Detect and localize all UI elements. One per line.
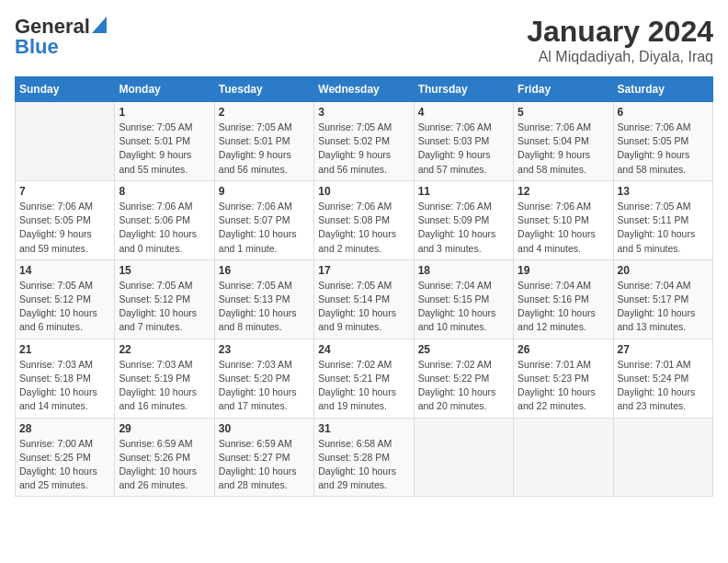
- day-number: 9: [219, 185, 310, 198]
- calendar-table: SundayMondayTuesdayWednesdayThursdayFrid…: [15, 76, 713, 497]
- day-info: Sunrise: 7:05 AM Sunset: 5:01 PM Dayligh…: [119, 121, 210, 177]
- calendar-cell: 8Sunrise: 7:06 AM Sunset: 5:06 PM Daylig…: [115, 180, 214, 259]
- calendar-cell: 23Sunrise: 7:03 AM Sunset: 5:20 PM Dayli…: [214, 339, 313, 418]
- calendar-cell: 14Sunrise: 7:05 AM Sunset: 5:12 PM Dayli…: [16, 259, 115, 339]
- day-info: Sunrise: 7:05 AM Sunset: 5:11 PM Dayligh…: [618, 200, 709, 256]
- day-info: Sunrise: 7:05 AM Sunset: 5:12 PM Dayligh…: [19, 279, 110, 335]
- calendar-cell: 27Sunrise: 7:01 AM Sunset: 5:24 PM Dayli…: [613, 339, 712, 418]
- day-number: 31: [318, 422, 409, 435]
- calendar-cell: 5Sunrise: 7:06 AM Sunset: 5:04 PM Daylig…: [514, 102, 613, 181]
- day-info: Sunrise: 7:06 AM Sunset: 5:08 PM Dayligh…: [318, 200, 409, 256]
- calendar-cell: [514, 418, 613, 497]
- day-number: 19: [518, 264, 609, 277]
- day-number: 24: [318, 343, 409, 356]
- day-info: Sunrise: 7:06 AM Sunset: 5:04 PM Dayligh…: [518, 121, 609, 177]
- weekday-header: Friday: [514, 77, 613, 102]
- day-info: Sunrise: 7:06 AM Sunset: 5:03 PM Dayligh…: [418, 121, 509, 177]
- calendar-week-row: 14Sunrise: 7:05 AM Sunset: 5:12 PM Dayli…: [16, 259, 713, 339]
- calendar-cell: 24Sunrise: 7:02 AM Sunset: 5:21 PM Dayli…: [314, 339, 414, 418]
- day-number: 16: [219, 264, 310, 277]
- day-info: Sunrise: 7:04 AM Sunset: 5:15 PM Dayligh…: [418, 279, 509, 335]
- logo-arrow-icon: [92, 17, 107, 37]
- title-block: January 2024 Al Miqdadiyah, Diyala, Iraq: [527, 15, 713, 65]
- calendar-cell: 20Sunrise: 7:04 AM Sunset: 5:17 PM Dayli…: [613, 259, 712, 339]
- calendar-cell: 3Sunrise: 7:05 AM Sunset: 5:02 PM Daylig…: [314, 102, 414, 181]
- calendar-cell: 13Sunrise: 7:05 AM Sunset: 5:11 PM Dayli…: [613, 180, 712, 259]
- day-info: Sunrise: 7:03 AM Sunset: 5:19 PM Dayligh…: [119, 358, 210, 414]
- day-number: 28: [19, 422, 110, 435]
- day-number: 20: [618, 264, 709, 277]
- day-number: 5: [518, 106, 609, 119]
- weekday-header: Sunday: [16, 77, 115, 102]
- day-number: 21: [19, 343, 110, 356]
- day-number: 1: [119, 106, 210, 119]
- day-info: Sunrise: 7:03 AM Sunset: 5:20 PM Dayligh…: [219, 358, 310, 414]
- day-info: Sunrise: 7:03 AM Sunset: 5:18 PM Dayligh…: [19, 358, 110, 414]
- day-number: 3: [318, 106, 409, 119]
- day-number: 17: [318, 264, 409, 277]
- day-number: 8: [119, 185, 210, 198]
- calendar-cell: 29Sunrise: 6:59 AM Sunset: 5:26 PM Dayli…: [115, 418, 214, 497]
- page-header: General Blue January 2024 Al Miqdadiyah,…: [15, 15, 713, 65]
- logo-text-blue: Blue: [15, 35, 59, 59]
- calendar-cell: 12Sunrise: 7:06 AM Sunset: 5:10 PM Dayli…: [514, 180, 613, 259]
- day-number: 26: [518, 343, 609, 356]
- calendar-cell: 19Sunrise: 7:04 AM Sunset: 5:16 PM Dayli…: [514, 259, 613, 339]
- day-info: Sunrise: 7:05 AM Sunset: 5:01 PM Dayligh…: [219, 121, 310, 177]
- day-info: Sunrise: 7:02 AM Sunset: 5:21 PM Dayligh…: [318, 358, 409, 414]
- calendar-week-row: 1Sunrise: 7:05 AM Sunset: 5:01 PM Daylig…: [16, 102, 713, 181]
- day-number: 25: [418, 343, 509, 356]
- day-info: Sunrise: 6:59 AM Sunset: 5:27 PM Dayligh…: [219, 437, 310, 493]
- day-number: 27: [618, 343, 709, 356]
- calendar-cell: 22Sunrise: 7:03 AM Sunset: 5:19 PM Dayli…: [115, 339, 214, 418]
- day-number: 18: [418, 264, 509, 277]
- logo: General Blue: [15, 15, 107, 59]
- day-info: Sunrise: 7:05 AM Sunset: 5:02 PM Dayligh…: [318, 121, 409, 177]
- day-number: 13: [618, 185, 709, 198]
- day-number: 22: [119, 343, 210, 356]
- day-number: 11: [418, 185, 509, 198]
- day-info: Sunrise: 7:06 AM Sunset: 5:09 PM Dayligh…: [418, 200, 509, 256]
- calendar-cell: 4Sunrise: 7:06 AM Sunset: 5:03 PM Daylig…: [414, 102, 513, 181]
- calendar-cell: [16, 102, 115, 181]
- day-info: Sunrise: 7:01 AM Sunset: 5:24 PM Dayligh…: [618, 358, 709, 414]
- calendar-cell: 30Sunrise: 6:59 AM Sunset: 5:27 PM Dayli…: [214, 418, 313, 497]
- day-info: Sunrise: 6:58 AM Sunset: 5:28 PM Dayligh…: [318, 437, 409, 493]
- weekday-header: Saturday: [613, 77, 712, 102]
- calendar-cell: [414, 418, 513, 497]
- calendar-title: January 2024: [527, 15, 713, 49]
- day-info: Sunrise: 7:00 AM Sunset: 5:25 PM Dayligh…: [19, 437, 110, 493]
- day-info: Sunrise: 7:05 AM Sunset: 5:13 PM Dayligh…: [219, 279, 310, 335]
- weekday-header: Monday: [115, 77, 214, 102]
- calendar-cell: 21Sunrise: 7:03 AM Sunset: 5:18 PM Dayli…: [16, 339, 115, 418]
- day-number: 15: [119, 264, 210, 277]
- calendar-week-row: 7Sunrise: 7:06 AM Sunset: 5:05 PM Daylig…: [16, 180, 713, 259]
- calendar-cell: 2Sunrise: 7:05 AM Sunset: 5:01 PM Daylig…: [214, 102, 313, 181]
- day-number: 7: [19, 185, 110, 198]
- weekday-header: Thursday: [414, 77, 513, 102]
- svg-marker-0: [92, 17, 107, 33]
- day-info: Sunrise: 7:06 AM Sunset: 5:06 PM Dayligh…: [119, 200, 210, 256]
- weekday-header: Wednesday: [314, 77, 414, 102]
- day-number: 4: [418, 106, 509, 119]
- calendar-week-row: 21Sunrise: 7:03 AM Sunset: 5:18 PM Dayli…: [16, 339, 713, 418]
- calendar-cell: 9Sunrise: 7:06 AM Sunset: 5:07 PM Daylig…: [214, 180, 313, 259]
- day-info: Sunrise: 7:06 AM Sunset: 5:05 PM Dayligh…: [618, 121, 709, 177]
- calendar-cell: [613, 418, 712, 497]
- calendar-cell: 10Sunrise: 7:06 AM Sunset: 5:08 PM Dayli…: [314, 180, 414, 259]
- day-number: 12: [518, 185, 609, 198]
- day-info: Sunrise: 7:06 AM Sunset: 5:07 PM Dayligh…: [219, 200, 310, 256]
- calendar-cell: 6Sunrise: 7:06 AM Sunset: 5:05 PM Daylig…: [613, 102, 712, 181]
- day-number: 2: [219, 106, 310, 119]
- calendar-cell: 15Sunrise: 7:05 AM Sunset: 5:12 PM Dayli…: [115, 259, 214, 339]
- day-number: 29: [119, 422, 210, 435]
- calendar-cell: 26Sunrise: 7:01 AM Sunset: 5:23 PM Dayli…: [514, 339, 613, 418]
- calendar-cell: 11Sunrise: 7:06 AM Sunset: 5:09 PM Dayli…: [414, 180, 513, 259]
- day-info: Sunrise: 7:05 AM Sunset: 5:14 PM Dayligh…: [318, 279, 409, 335]
- day-number: 14: [19, 264, 110, 277]
- calendar-cell: 28Sunrise: 7:00 AM Sunset: 5:25 PM Dayli…: [16, 418, 115, 497]
- weekday-header: Tuesday: [214, 77, 313, 102]
- day-info: Sunrise: 7:02 AM Sunset: 5:22 PM Dayligh…: [418, 358, 509, 414]
- day-info: Sunrise: 7:05 AM Sunset: 5:12 PM Dayligh…: [119, 279, 210, 335]
- calendar-cell: 16Sunrise: 7:05 AM Sunset: 5:13 PM Dayli…: [214, 259, 313, 339]
